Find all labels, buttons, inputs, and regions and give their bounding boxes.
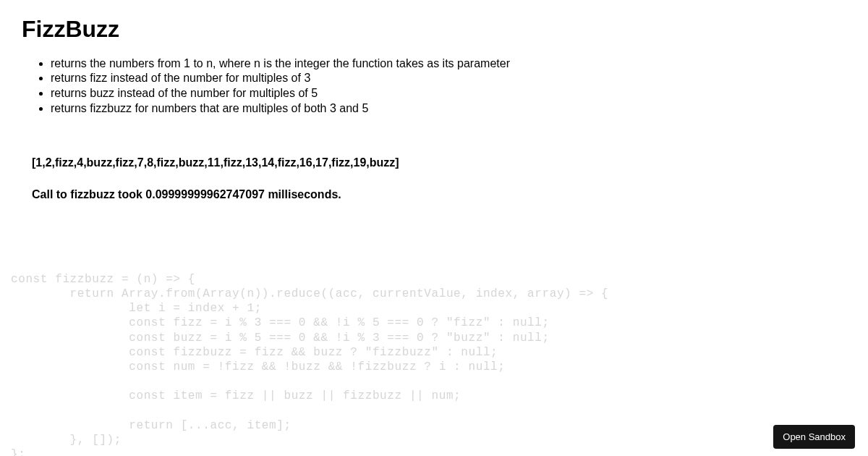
list-item: returns the numbers from 1 to n, where n…: [51, 56, 846, 71]
rules-list: returns the numbers from 1 to n, where n…: [27, 56, 846, 116]
open-sandbox-button[interactable]: Open Sandbox: [773, 425, 855, 449]
code-snippet: const fizzbuzz = (n) => { return Array.f…: [11, 272, 857, 456]
fizzbuzz-result: [1,2,fizz,4,buzz,fizz,7,8,fizz,buzz,11,f…: [32, 156, 846, 169]
page-title: FizzBuzz: [22, 16, 846, 43]
list-item: returns buzz instead of the number for m…: [51, 85, 846, 101]
output-block: [1,2,fizz,4,buzz,fizz,7,8,fizz,buzz,11,f…: [22, 156, 846, 201]
timing-result: Call to fizzbuzz took 0.0999999996274709…: [32, 188, 846, 201]
list-item: returns fizz instead of the number for m…: [51, 71, 846, 86]
list-item: returns fizzbuzz for numbers that are mu…: [51, 101, 846, 116]
